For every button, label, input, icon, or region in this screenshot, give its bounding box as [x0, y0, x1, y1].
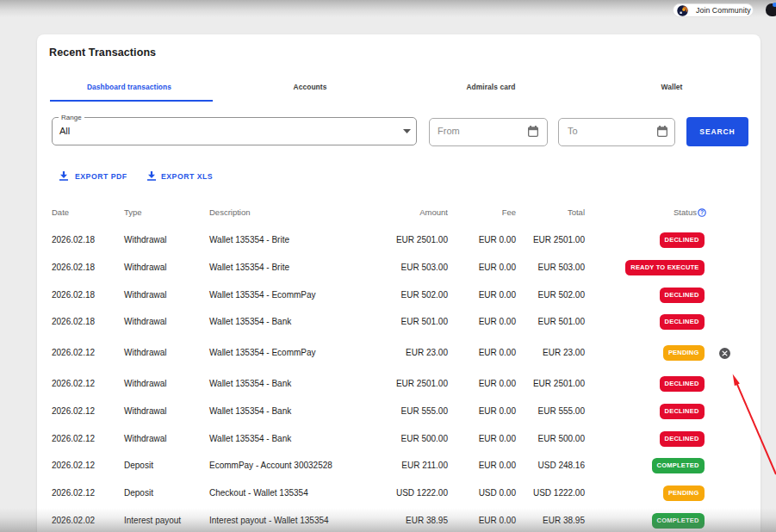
svg-text:?: ?: [700, 209, 704, 215]
